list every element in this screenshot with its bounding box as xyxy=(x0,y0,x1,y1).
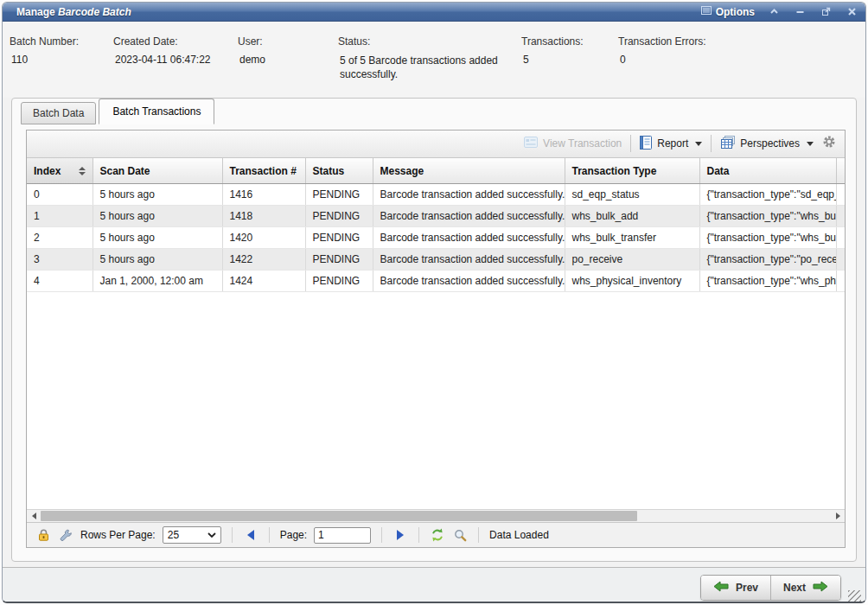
rows-per-page-label: Rows Per Page: xyxy=(80,529,156,541)
scroll-left-arrow[interactable] xyxy=(27,510,41,522)
scroll-right-arrow[interactable] xyxy=(831,510,845,522)
popout-button[interactable] xyxy=(819,5,833,19)
cell-index: 3 xyxy=(27,249,93,271)
column-header-index[interactable]: Index xyxy=(27,158,93,184)
perspectives-label: Perspectives xyxy=(740,137,800,150)
next-page-button[interactable] xyxy=(393,527,408,543)
table-row[interactable]: 4 Jan 1, 2000, 12:00 am 1424 PENDING Bar… xyxy=(27,271,845,292)
cell-transaction-type: whs_physical_inventory xyxy=(565,271,699,292)
status-label: Status: xyxy=(338,35,514,48)
refresh-icon[interactable] xyxy=(430,527,445,543)
chevron-down-icon xyxy=(807,142,814,146)
cell-message: Barcode transaction added successfully. xyxy=(373,249,565,271)
batch-number-label: Batch Number: xyxy=(10,35,106,48)
table-row[interactable]: 2 5 hours ago 1420 PENDING Barcode trans… xyxy=(27,227,845,249)
pager-separator xyxy=(269,527,270,543)
titlebar[interactable]: Manage Barcode Batch Options xyxy=(3,3,865,22)
column-header-transaction-type[interactable]: Transaction Type xyxy=(565,158,699,184)
pager-bar: Rows Per Page: 25 Page: Data Loaded xyxy=(27,522,845,547)
horizontal-scrollbar[interactable] xyxy=(27,509,845,522)
cell-transaction-number: 1416 xyxy=(222,184,305,206)
report-label: Report xyxy=(657,137,688,150)
transactions-field: Transactions: 5 xyxy=(521,35,618,98)
view-transaction-button[interactable]: View Transaction xyxy=(524,137,622,150)
cell-spacer xyxy=(836,227,845,249)
view-transaction-icon xyxy=(524,137,538,150)
search-icon[interactable] xyxy=(452,527,468,543)
column-header-status[interactable]: Status xyxy=(305,158,373,184)
cell-spacer xyxy=(836,249,845,271)
table-row[interactable]: 3 5 hours ago 1422 PENDING Barcode trans… xyxy=(27,249,845,271)
window-footer: Prev Next xyxy=(3,567,865,603)
next-arrow-icon xyxy=(813,581,828,595)
cell-index: 2 xyxy=(27,227,93,249)
sort-icon[interactable] xyxy=(79,167,86,175)
report-icon xyxy=(640,136,652,152)
next-label: Next xyxy=(783,582,806,594)
resize-grip[interactable] xyxy=(848,590,861,603)
options-button[interactable]: Options xyxy=(701,5,755,18)
cell-message: Barcode transaction added successfully. xyxy=(373,227,565,249)
cell-transaction-type: po_receive xyxy=(565,249,699,271)
cell-transaction-number: 1418 xyxy=(222,206,305,227)
report-button[interactable]: Report xyxy=(640,136,702,152)
manage-barcode-batch-window: Manage Barcode Batch Options Batch Numbe… xyxy=(2,2,866,603)
close-button[interactable] xyxy=(845,5,858,19)
tab-batch-transactions[interactable]: Batch Transactions xyxy=(99,99,214,124)
batch-number-field: Batch Number: 110 xyxy=(10,35,113,98)
column-header-scan-date[interactable]: Scan Date xyxy=(93,158,222,184)
user-value: demo xyxy=(238,54,331,66)
cell-message: Barcode transaction added successfully. xyxy=(373,206,565,227)
next-page-icon xyxy=(397,530,404,540)
view-transaction-label: View Transaction xyxy=(543,137,622,150)
pager-separator xyxy=(478,527,479,543)
prev-arrow-icon xyxy=(713,581,729,595)
table-row[interactable]: 1 5 hours ago 1418 PENDING Barcode trans… xyxy=(27,206,845,227)
scrollbar-track[interactable] xyxy=(41,510,831,522)
rows-per-page-select[interactable]: 25 xyxy=(163,526,221,544)
cell-data: {"transaction_type":"whs_bulk_add xyxy=(699,206,836,227)
rows-per-page-value: 25 xyxy=(168,529,179,541)
tab-batch-data[interactable]: Batch Data xyxy=(21,102,96,124)
cell-scan-date: 5 hours ago xyxy=(93,249,222,271)
cell-data: {"transaction_type":"whs_physical xyxy=(699,271,836,292)
cell-transaction-type: whs_bulk_add xyxy=(565,206,699,227)
grid-settings-gear-icon[interactable] xyxy=(822,135,836,152)
cell-scan-date: 5 hours ago xyxy=(93,227,222,249)
perspectives-button[interactable]: Perspectives xyxy=(720,136,814,152)
lock-icon[interactable] xyxy=(35,527,51,543)
created-date-label: Created Date: xyxy=(113,35,231,48)
grid-toolbar: View Transaction Report Perspectives xyxy=(27,131,845,158)
grid-body: Index Scan Date Transaction # Status Mes… xyxy=(27,158,845,509)
column-header-message[interactable]: Message xyxy=(373,158,565,184)
select-caret-icon xyxy=(207,532,216,538)
cell-index: 1 xyxy=(27,206,93,227)
toolbar-separator xyxy=(711,135,712,152)
transactions-table: Index Scan Date Transaction # Status Mes… xyxy=(27,158,845,293)
transaction-errors-label: Transaction Errors: xyxy=(618,35,758,48)
transaction-errors-field: Transaction Errors: 0 xyxy=(618,35,765,98)
minimize-button[interactable] xyxy=(793,5,807,19)
cell-spacer xyxy=(836,271,845,292)
page-input[interactable] xyxy=(314,527,371,544)
table-row[interactable]: 0 5 hours ago 1416 PENDING Barcode trans… xyxy=(27,184,845,206)
transaction-errors-value: 0 xyxy=(618,54,758,66)
pager-separator xyxy=(418,527,419,543)
toolbar-separator xyxy=(630,135,631,152)
content-panel: Batch Data Batch Transactions View Trans… xyxy=(11,98,857,562)
perspectives-icon xyxy=(720,136,735,152)
cell-transaction-number: 1424 xyxy=(222,271,305,292)
column-header-data[interactable]: Data xyxy=(699,158,836,184)
collapse-button[interactable] xyxy=(767,5,781,19)
next-button[interactable]: Next xyxy=(770,576,840,600)
cell-transaction-type: whs_bulk_transfer xyxy=(565,227,699,249)
status-field: Status: 5 of 5 Barcode transactions adde… xyxy=(338,35,521,98)
scrollbar-thumb[interactable] xyxy=(41,511,637,521)
previous-page-button[interactable] xyxy=(243,527,258,543)
table-header-row: Index Scan Date Transaction # Status Mes… xyxy=(27,158,845,184)
wrench-icon[interactable] xyxy=(58,527,73,543)
prev-button[interactable]: Prev xyxy=(701,576,770,600)
column-header-transaction-number[interactable]: Transaction # xyxy=(222,158,305,184)
cell-scan-date: 5 hours ago xyxy=(93,206,222,227)
transactions-grid: View Transaction Report Perspectives xyxy=(26,130,846,548)
